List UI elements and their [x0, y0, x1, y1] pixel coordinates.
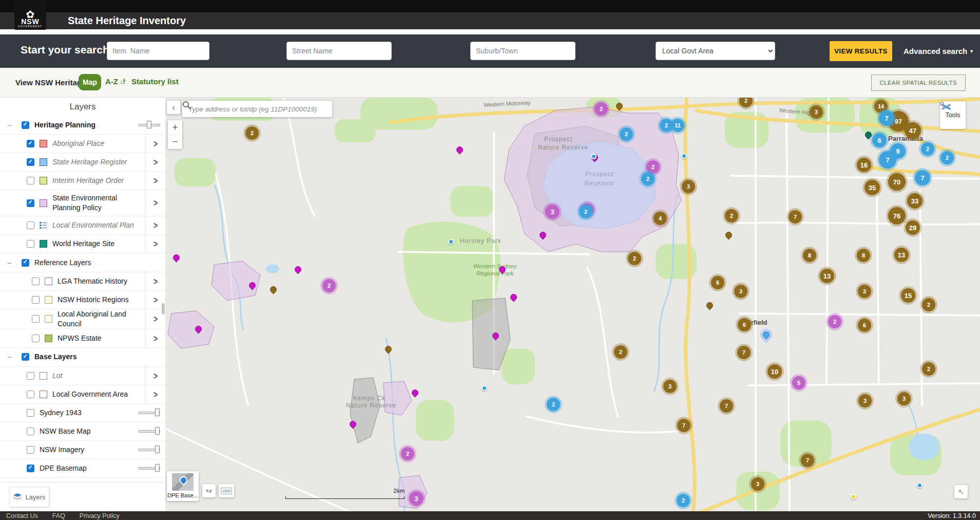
sidebar-scrollbar[interactable] [162, 303, 165, 314]
layer-row-npws-estate[interactable]: NPWS Estate> [0, 329, 165, 348]
layer-row-reference-layers[interactable]: −Reference Layers [0, 253, 165, 272]
layer-checkbox[interactable] [32, 277, 40, 285]
blue-dot-marker[interactable] [917, 482, 923, 488]
local-govt-area-select[interactable]: Local Govt Area [656, 42, 775, 60]
opacity-slider[interactable] [139, 408, 160, 417]
layer-checkbox[interactable] [27, 177, 34, 184]
cluster-marker[interactable]: 2 [245, 126, 259, 140]
cluster-marker[interactable]: 7 [677, 419, 690, 432]
cluster-marker[interactable]: 76 [888, 207, 906, 225]
basemap-gallery-button[interactable]: DPE Base... [167, 471, 199, 501]
view-results-button[interactable]: VIEW RESULTS [830, 41, 892, 61]
opacity-slider[interactable] [139, 121, 160, 129]
advanced-search-button[interactable]: Advanced search▼ [904, 47, 974, 55]
collapse-panel-button[interactable]: ‹ [167, 101, 180, 114]
opacity-slider[interactable] [139, 464, 160, 472]
cluster-marker[interactable]: 6 [872, 133, 887, 147]
layer-row-heritage-planning[interactable]: −Heritage Planning [0, 116, 165, 135]
statutory-list-button[interactable]: Statutory list [131, 77, 179, 86]
collapse-group-icon[interactable]: − [7, 352, 15, 361]
tools-button[interactable]: Tools [940, 101, 966, 129]
layer-checkbox[interactable] [27, 372, 34, 380]
layer-checkbox[interactable] [32, 335, 40, 342]
cluster-marker[interactable]: 7 [879, 151, 896, 169]
coordinates-tool-button[interactable]: x,y [202, 484, 216, 497]
cluster-marker[interactable]: 2 [922, 298, 935, 311]
cluster-marker[interactable]: 15 [901, 288, 915, 303]
layer-checkbox[interactable] [32, 296, 40, 304]
collapse-group-icon[interactable]: − [7, 258, 15, 267]
cluster-marker[interactable]: 2 [401, 447, 414, 460]
brown-pin-marker[interactable] [268, 285, 278, 294]
layer-checkbox[interactable] [27, 391, 34, 398]
slider-thumb[interactable] [155, 427, 160, 435]
footer-link-privacy-policy[interactable]: Privacy Policy [80, 512, 120, 519]
cluster-marker[interactable]: 2 [322, 279, 336, 292]
slider-thumb[interactable] [155, 464, 160, 472]
brown-pin-marker[interactable] [724, 230, 733, 239]
az-sort-button[interactable]: A-Z ↓ AZ [105, 77, 125, 86]
layer-checkbox[interactable] [27, 446, 34, 454]
layer-row-dpe-basemap[interactable]: DPE Basemap [0, 459, 165, 478]
magenta-pin-marker[interactable] [509, 292, 518, 302]
layer-row-sydney-1943[interactable]: Sydney 1943 [0, 404, 165, 422]
collapse-group-icon[interactable]: − [7, 121, 15, 129]
magenta-pin-marker[interactable] [538, 230, 547, 239]
magenta-pin-marker[interactable] [171, 253, 181, 262]
layer-checkbox[interactable] [27, 158, 34, 166]
cluster-marker[interactable]: 4 [654, 212, 667, 225]
cluster-marker[interactable]: 13 [894, 248, 909, 262]
cluster-marker[interactable]: 7 [879, 110, 894, 126]
cluster-marker[interactable]: 7 [789, 210, 802, 224]
cluster-marker[interactable]: 5 [792, 376, 805, 389]
layer-row-lga-thematic-history[interactable]: LGA Thematic History> [0, 272, 165, 291]
cluster-marker[interactable]: 2 [828, 315, 841, 328]
cluster-marker[interactable]: 2 [922, 362, 935, 376]
layer-row-local-government-area[interactable]: Local Government Area> [0, 385, 165, 404]
cluster-marker[interactable]: 70 [888, 173, 906, 191]
cluster-marker[interactable]: 29 [906, 220, 920, 235]
cluster-marker[interactable]: 7 [801, 454, 814, 467]
cluster-marker[interactable]: 6 [738, 318, 751, 331]
magenta-pin-marker[interactable] [194, 324, 203, 333]
layer-checkbox[interactable] [22, 353, 29, 361]
layer-checkbox[interactable] [22, 259, 29, 267]
layer-row-interim-heritage-order[interactable]: Interim Heritage Order> [0, 172, 165, 190]
opacity-slider[interactable] [139, 427, 160, 435]
layer-row-nsw-base-map[interactable]: NSW Base Map [0, 422, 165, 441]
layer-row-local-environmental-plan[interactable]: Local Environmental Plan> [0, 216, 165, 235]
street-name-input[interactable] [286, 42, 392, 60]
zoom-out-button[interactable]: − [168, 135, 182, 150]
cluster-marker[interactable]: 7 [737, 346, 751, 359]
opacity-slider[interactable] [139, 445, 160, 454]
blue-dot-marker[interactable] [681, 153, 687, 159]
cluster-marker[interactable]: 16 [857, 158, 871, 172]
map-canvas[interactable]: ParramattaFairfieldHorsley ParkWestern S… [165, 98, 980, 511]
magenta-pin-marker[interactable] [497, 265, 507, 274]
chevron-right-icon[interactable]: > [145, 233, 165, 255]
layer-checkbox[interactable] [32, 315, 40, 323]
layers-bottom-tab[interactable]: Layers [9, 487, 49, 507]
brown-pin-marker[interactable] [705, 301, 714, 310]
suburb-town-input[interactable] [470, 42, 575, 60]
cluster-marker[interactable]: 3 [858, 394, 872, 407]
layer-row-base-layers[interactable]: −Base Layers [0, 348, 165, 367]
cluster-marker[interactable]: 3 [409, 491, 424, 506]
nsw-government-logo[interactable]: ✿ NSW GOVERNMENT [14, 0, 46, 30]
slider-thumb[interactable] [155, 408, 160, 416]
cluster-marker[interactable]: 2 [614, 345, 627, 359]
chevron-right-icon[interactable]: > [145, 383, 165, 405]
cluster-marker[interactable]: 2 [725, 209, 738, 222]
footer-link-contact-us[interactable]: Contact Us [6, 512, 38, 519]
layer-checkbox[interactable] [27, 221, 34, 229]
cluster-marker[interactable]: 8 [857, 249, 870, 262]
magenta-pin-marker[interactable] [247, 281, 257, 290]
footer-link-faq[interactable]: FAQ [52, 512, 65, 519]
magenta-pin-marker[interactable] [455, 145, 464, 154]
slider-thumb[interactable] [147, 121, 151, 128]
cluster-marker[interactable]: 2 [594, 102, 608, 116]
chevron-right-icon[interactable]: > [145, 327, 165, 349]
layer-row-lot[interactable]: Lot> [0, 367, 165, 385]
cluster-marker[interactable]: 3 [545, 205, 560, 219]
layer-row-aboriginal-place[interactable]: Aboriginal Place> [0, 135, 165, 153]
